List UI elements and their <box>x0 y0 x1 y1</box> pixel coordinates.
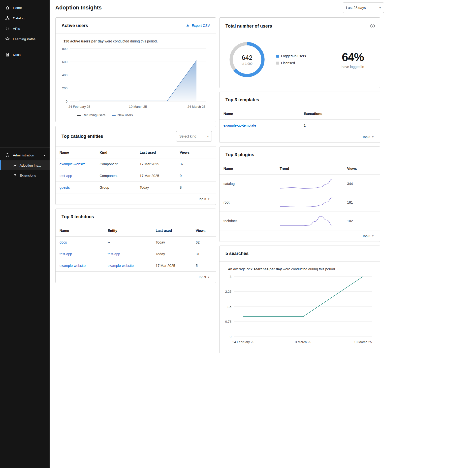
techdoc-link[interactable]: test-app <box>60 252 72 256</box>
top-n-select[interactable]: Top 3 ▾ <box>220 131 380 143</box>
sidebar-item-label: Catalog <box>13 16 25 20</box>
table-row: docs -- Today 62 <box>56 237 216 248</box>
card-searches: 5 searches An average of 2 searches per … <box>219 246 380 353</box>
card-header: Total number of users <box>220 18 380 35</box>
cell-views: 8 <box>176 182 216 193</box>
cell-trend <box>276 212 343 230</box>
sidebar-divider <box>0 147 50 147</box>
card-active-users: Active users Export CSV 130 active users… <box>55 17 216 122</box>
trend-sparkline <box>280 197 333 208</box>
sidebar-item-adoption-insights[interactable]: Adoption Ins... <box>0 160 50 170</box>
cell-trend <box>276 175 343 193</box>
entity-link[interactable]: example-website <box>108 264 134 268</box>
cell-name: test-app <box>56 170 96 182</box>
card-title: Active users <box>62 23 88 28</box>
percent-sub: have logged in <box>342 65 364 69</box>
kind-select[interactable]: Select kind ▾ <box>176 131 212 142</box>
column-header-name: Name <box>56 147 96 158</box>
learning-paths-icon <box>5 37 10 41</box>
sidebar-item-administration[interactable]: Administration <box>0 150 50 160</box>
card-header: Top catalog entities Select kind ▾ <box>56 126 216 146</box>
card-header: 5 searches <box>220 246 380 262</box>
sidebar-item-label: Extensions <box>20 174 36 177</box>
card-top-catalog-entities: Top catalog entities Select kind ▾ Name … <box>55 126 216 205</box>
sidebar-item-catalog[interactable]: Catalog <box>0 13 50 23</box>
column-header-name: Name <box>220 108 300 120</box>
right-column: Total number of users 642 <box>219 17 380 353</box>
svg-text:24 March 25: 24 March 25 <box>188 105 205 108</box>
page-title: Adoption Insights <box>55 4 102 11</box>
cell-name: techdocs <box>220 212 276 230</box>
active-users-summary: 130 active users per day were conducted … <box>56 34 216 44</box>
legend-item-licensed: Licensed <box>276 61 306 65</box>
chevron-down-icon: ▾ <box>208 276 209 279</box>
card-top-plugins: Top 3 plugins Name Trend Views catalog <box>219 146 380 242</box>
entity-link[interactable]: guests <box>60 185 70 189</box>
svg-text:400: 400 <box>62 73 67 77</box>
date-range-select[interactable]: Last 28 days ▾ <box>343 2 384 13</box>
legend-swatch <box>276 55 279 58</box>
shield-icon <box>5 153 10 157</box>
trend-sparkline <box>280 178 333 189</box>
techdoc-link[interactable]: example-website <box>60 264 86 268</box>
entity-link[interactable]: example-website <box>60 162 86 166</box>
cell-views: 9 <box>176 170 216 182</box>
cell-entity: -- <box>104 237 152 248</box>
svg-text:0: 0 <box>230 335 231 339</box>
card-title: Top 3 templates <box>225 97 259 103</box>
chevron-down-icon: ▾ <box>208 198 209 200</box>
searches-summary: An average of 2 searches per day were co… <box>220 262 380 272</box>
legend-item-returning-users: Returning users <box>77 113 105 117</box>
column-header-views: Views <box>343 163 380 175</box>
table-row: techdocs 102 <box>220 212 380 230</box>
svg-text:3 March 25: 3 March 25 <box>295 340 311 344</box>
techdoc-link[interactable]: docs <box>60 240 67 244</box>
top-n-select[interactable]: Top 3 ▾ <box>56 272 216 283</box>
insights-chart-icon <box>13 163 17 167</box>
cell-kind: Component <box>96 158 136 170</box>
sidebar: Home Catalog APIs Learning Paths Docs Ad… <box>0 0 50 468</box>
logged-in-percent: 64% have logged in <box>342 50 364 69</box>
sidebar-item-apis[interactable]: APIs <box>0 23 50 34</box>
chevron-down-icon: ▾ <box>372 235 374 237</box>
donut-legend: Logged-in users Licensed <box>276 54 306 65</box>
cell-entity: example-website <box>104 260 152 272</box>
info-button[interactable] <box>369 23 376 30</box>
legend-item-logged-in: Logged-in users <box>276 54 306 58</box>
cell-views: 37 <box>176 158 216 170</box>
sidebar-item-extensions[interactable]: Extensions <box>0 170 50 180</box>
sidebar-item-label: Home <box>13 6 22 10</box>
kind-select-placeholder: Select kind <box>179 134 196 138</box>
svg-text:10 March 25: 10 March 25 <box>354 340 372 344</box>
donut-value: 642 <box>242 54 252 62</box>
entity-link[interactable]: test-app <box>108 252 120 256</box>
sidebar-item-home[interactable]: Home <box>0 2 50 13</box>
sidebar-spacer <box>0 60 50 145</box>
cell-last-used: 17 Mar 2025 <box>136 170 176 182</box>
top-n-select[interactable]: Top 3 ▾ <box>220 230 380 242</box>
sidebar-item-label: Adoption Ins... <box>20 164 41 167</box>
cell-kind: Component <box>96 170 136 182</box>
catalog-entities-table: Name Kind Last used Views example-websit… <box>56 146 216 193</box>
sidebar-item-label: Learning Paths <box>13 37 35 41</box>
export-csv-button[interactable]: Export CSV <box>184 23 212 29</box>
cell-name: example-website <box>56 260 104 272</box>
top-n-select[interactable]: Top 3 ▾ <box>56 193 216 205</box>
svg-text:0.75: 0.75 <box>225 320 231 324</box>
plug-icon <box>13 173 17 177</box>
sidebar-item-docs[interactable]: Docs <box>0 49 50 60</box>
docs-icon <box>5 52 10 57</box>
entity-link[interactable]: test-app <box>60 174 72 178</box>
column-header-last-used: Last used <box>152 225 192 237</box>
template-link[interactable]: example-go-template <box>223 123 256 127</box>
cell-views: 5 <box>192 260 216 272</box>
card-title: Top 3 techdocs <box>62 214 94 219</box>
sidebar-item-label: Administration <box>13 153 34 157</box>
sidebar-item-learning-paths[interactable]: Learning Paths <box>0 34 50 44</box>
cell-last-used: Today <box>152 248 192 260</box>
chevron-down-icon: ▾ <box>372 136 374 138</box>
cell-name: docs <box>56 237 104 248</box>
column-header-name: Name <box>220 163 276 175</box>
active-users-legend: Returning users New users <box>56 111 216 122</box>
svg-text:800: 800 <box>62 47 67 51</box>
